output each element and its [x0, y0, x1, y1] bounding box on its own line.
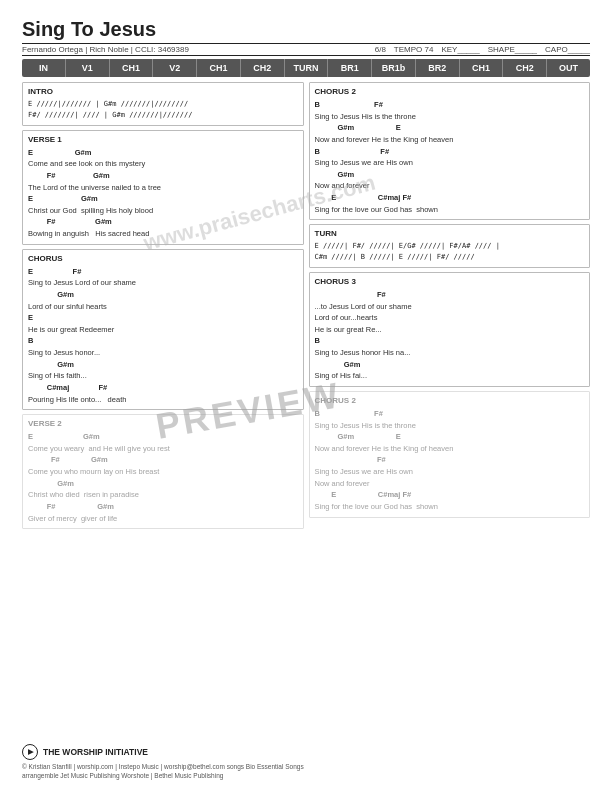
v2-c3: G#m: [28, 478, 298, 490]
ch-l2: Lord of our sinful hearts: [28, 301, 298, 313]
ch-l1: Sing to Jesus Lord of our shame: [28, 277, 298, 289]
nav-bar[interactable]: IN V1 CH1 V2 CH1 CH2 TURN BR1 BR1b BR2 C…: [22, 59, 590, 77]
intro-line1: E /////|/////// | G#m ///////|////////: [28, 99, 298, 110]
ch2-l1: Sing to Jesus His is the throne: [315, 111, 585, 123]
nav-CH1c[interactable]: CH1: [460, 59, 504, 77]
ch3-c2: B: [315, 335, 585, 347]
song-meta-right: 6/8 TEMPO 74 KEY_____ SHAPE_____ CAPO___…: [375, 45, 590, 54]
shape-label: SHAPE_____: [488, 45, 537, 54]
ch-c5: G#m: [28, 359, 298, 371]
verse1-title: VERSE 1: [28, 135, 298, 144]
chorus2b-content: B F# Sing to Jesus His is the throne G#m…: [315, 408, 585, 513]
ch2b-c1: B F#: [315, 408, 585, 420]
v1-c3: E G#m: [28, 193, 298, 205]
ch3-c1: F#: [315, 289, 585, 301]
ch-l4: Sing to Jesus honor...: [28, 347, 298, 359]
tempo-value: TEMPO 74: [394, 45, 434, 54]
song-title: Sing To Jesus: [22, 18, 590, 41]
nav-BR2[interactable]: BR2: [416, 59, 460, 77]
nav-CH1b[interactable]: CH1: [197, 59, 241, 77]
ch-c6: C#maj F#: [28, 382, 298, 394]
footer-copyright2: arrangemble Jet Music Publishing Worshot…: [22, 771, 590, 780]
chorus2b-title: CHORUS 2: [315, 396, 585, 405]
v1-c1: E G#m: [28, 147, 298, 159]
nav-CH2[interactable]: CH2: [241, 59, 285, 77]
intro-content: E /////|/////// | G#m ///////|//////// F…: [28, 99, 298, 121]
nav-BR1b[interactable]: BR1b: [372, 59, 416, 77]
nav-IN[interactable]: IN: [22, 59, 66, 77]
v1-c4: F# G#m: [28, 216, 298, 228]
page: Sing To Jesus Fernando Ortega | Rich Nob…: [0, 0, 612, 792]
verse2-content: E G#m Come you weary and He will give yo…: [28, 431, 298, 524]
ch3-l1: ...to Jesus Lord of our shame: [315, 301, 585, 313]
ch2-c2: G#m E: [315, 122, 585, 134]
chorus-title: CHORUS: [28, 254, 298, 263]
ch2-l3: Sing to Jesus we are His own: [315, 157, 585, 169]
intro-line2: F#/ ///////| //// | G#m ///////|///////: [28, 110, 298, 121]
ch2-c3: B F#: [315, 146, 585, 158]
ch-c1: E F#: [28, 266, 298, 278]
v2-c2: F# G#m: [28, 454, 298, 466]
key-label: KEY_____: [441, 45, 479, 54]
turn-line2: C#m /////| B /////| E /////| F#/ /////: [315, 252, 585, 263]
ch2-l4: Now and forever: [315, 180, 585, 192]
ch-c2: G#m: [28, 289, 298, 301]
ch2-l5: Sing for the love our God has shown: [315, 204, 585, 216]
ch-l5: Sing of His faith...: [28, 370, 298, 382]
nav-OUT[interactable]: OUT: [547, 59, 590, 77]
ch-l6: Pouring His life onto... death: [28, 394, 298, 406]
chorus2-section: CHORUS 2 B F# Sing to Jesus His is the t…: [309, 82, 591, 220]
verse1-section: VERSE 1 E G#m Come and see look on this …: [22, 130, 304, 245]
ch-c3: E: [28, 312, 298, 324]
ch3-l5: Sing of His fai...: [315, 370, 585, 382]
columns: INTRO E /////|/////// | G#m ///////|////…: [22, 82, 590, 529]
chorus3-section: CHORUS 3 F# ...to Jesus Lord of our sham…: [309, 272, 591, 387]
footer-org-name: THE WORSHIP INITIATIVE: [43, 747, 148, 757]
intro-section: INTRO E /////|/////// | G#m ///////|////…: [22, 82, 304, 126]
turn-title: TURN: [315, 229, 585, 238]
ch2b-c2: G#m E: [315, 431, 585, 443]
turn-line1: E /////| F#/ /////| E/G# /////| F#/A# //…: [315, 241, 585, 252]
ch2b-l4: Now and forever: [315, 478, 585, 490]
nav-CH2b[interactable]: CH2: [503, 59, 547, 77]
nav-BR1[interactable]: BR1: [328, 59, 372, 77]
ch2-c4: G#m: [315, 169, 585, 181]
ch2b-c4: E C#maj F#: [315, 489, 585, 501]
ch3-l3: He is our great Re...: [315, 324, 585, 336]
chorus-content: E F# Sing to Jesus Lord of our shame G#m…: [28, 266, 298, 406]
v2-l2: Come you who mourn lay on His breast: [28, 466, 298, 478]
v2-l1: Come you weary and He will give you rest: [28, 443, 298, 455]
chorus3-title: CHORUS 3: [315, 277, 585, 286]
ch2-l2: Now and forever He is the King of heaven: [315, 134, 585, 146]
ch2-c5: E C#maj F#: [315, 192, 585, 204]
v2-c4: F# G#m: [28, 501, 298, 513]
col-left: INTRO E /////|/////// | G#m ///////|////…: [22, 82, 304, 529]
verse2-section: VERSE 2 E G#m Come you weary and He will…: [22, 414, 304, 529]
capo-label: CAPO_____: [545, 45, 590, 54]
chorus2-title: CHORUS 2: [315, 87, 585, 96]
ch-l3: He is our great Redeemer: [28, 324, 298, 336]
ch3-l4: Sing to Jesus honor His na...: [315, 347, 585, 359]
chorus2-content: B F# Sing to Jesus His is the throne G#m…: [315, 99, 585, 215]
v2-c1: E G#m: [28, 431, 298, 443]
v1-l4: Bowing in anguish His sacred head: [28, 228, 298, 240]
nav-V2[interactable]: V2: [153, 59, 197, 77]
footer-copyright1: © Kristian Stanfill | worship.com | Inst…: [22, 762, 590, 771]
col-right: CHORUS 2 B F# Sing to Jesus His is the t…: [309, 82, 591, 529]
ch2b-l3: Sing to Jesus we are His own: [315, 466, 585, 478]
verse1-content: E G#m Come and see look on this mystery …: [28, 147, 298, 240]
v1-l2: The Lord of the universe nailed to a tre…: [28, 182, 298, 194]
nav-V1[interactable]: V1: [66, 59, 110, 77]
verse2-title: VERSE 2: [28, 419, 298, 428]
v2-l4: Giver of mercy giver of life: [28, 513, 298, 525]
v1-l1: Come and see look on this mystery: [28, 158, 298, 170]
v2-l3: Christ who died risen in paradise: [28, 489, 298, 501]
ch2b-l2: Now and forever He is the King of heaven: [315, 443, 585, 455]
turn-section: TURN E /////| F#/ /////| E/G# /////| F#/…: [309, 224, 591, 268]
song-meta-line: Fernando Ortega | Rich Noble | CCLI: 346…: [22, 43, 590, 56]
nav-CH1[interactable]: CH1: [110, 59, 154, 77]
nav-TURN[interactable]: TURN: [285, 59, 329, 77]
tempo-fraction: 6/8: [375, 45, 386, 54]
chorus3-content: F# ...to Jesus Lord of our shame Lord of…: [315, 289, 585, 382]
v1-l3: Christ our God spilling His holy blood: [28, 205, 298, 217]
